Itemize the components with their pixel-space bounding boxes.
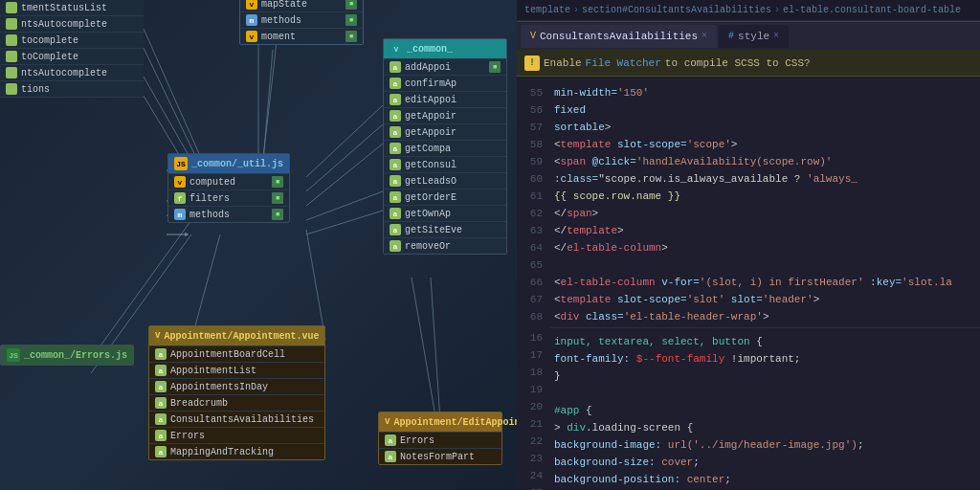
notification-text-2: to compile SCSS to CSS? xyxy=(665,57,811,69)
svg-line-17 xyxy=(431,278,440,421)
list-item: agetSiteEve xyxy=(384,221,506,237)
code-line xyxy=(550,256,980,274)
notification-text: Enable xyxy=(544,57,582,69)
list-item: m methods ■ xyxy=(240,11,363,28)
common-node: V _common_ aaddAppoi■ aconfirmAp aeditAp… xyxy=(383,38,507,255)
list-item: v mapState ■ xyxy=(240,0,363,11)
list-item: agetLeadsO xyxy=(384,172,506,189)
svg-line-4 xyxy=(306,211,383,234)
svg-line-3 xyxy=(306,191,383,220)
tab-style[interactable]: # style × xyxy=(719,25,789,48)
list-item: m methods ■ xyxy=(168,206,289,222)
list-item: aconfirmAp xyxy=(384,75,506,91)
breadcrumb: template › section#ConsultantsAvailabili… xyxy=(517,0,980,21)
top-left-node: tmentStatusList ntsAutocomplete tocomple… xyxy=(0,0,144,98)
errors-node: JS _common_/Errors.js xyxy=(0,345,134,366)
code-line: #app { xyxy=(550,402,980,419)
list-item: aErrors xyxy=(149,427,324,443)
svg-line-10 xyxy=(144,48,201,167)
code-line: } xyxy=(550,368,980,385)
notification-link[interactable]: File Watcher xyxy=(586,57,661,69)
code-line: > div.loading-screen { xyxy=(550,419,980,436)
code-line: <el-table-column v-for='(slot, i) in fir… xyxy=(550,274,980,291)
code-line: <template slot-scope='scope'> xyxy=(550,136,980,153)
list-item: aAppointmentList xyxy=(149,362,324,378)
svg-line-6 xyxy=(191,234,220,340)
code-editor-panel: template › section#ConsultantsAvailabili… xyxy=(517,0,980,490)
list-item: f filters ■ xyxy=(168,189,289,206)
svg-line-16 xyxy=(412,278,435,416)
code-line: font-family: $--font-family !important; xyxy=(550,350,980,368)
svg-line-2 xyxy=(306,144,383,206)
list-item: aAppointmentsInDay xyxy=(149,378,324,394)
list-item: toComplete xyxy=(0,49,144,65)
svg-line-9 xyxy=(144,29,201,158)
list-item: ntsAutocomplete xyxy=(0,16,144,33)
list-item: aErrors xyxy=(379,432,501,448)
warning-icon: ! xyxy=(524,56,540,71)
appointment-node: V Appointment/Appointment.vue aAppointme… xyxy=(148,325,325,460)
code-line: </span> xyxy=(550,205,980,222)
util-node: JS _common/_util.js v computed ■ f filte… xyxy=(167,153,290,223)
list-item: aNotesFormPart xyxy=(379,448,501,464)
top-center-node: v mapState ■ m methods ■ v moment ■ xyxy=(239,0,364,45)
list-item: aBreadcrumb xyxy=(149,394,324,411)
code-line: min-width='150' xyxy=(550,84,980,101)
line-numbers: 5556575859 6061626364 65666768 161718 19… xyxy=(517,77,550,490)
code-line: input, textarea, select, button { xyxy=(550,333,980,350)
list-item: aMappingAndTracking xyxy=(149,443,324,459)
list-item: aaddAppoi■ xyxy=(384,58,506,75)
list-item: agetAppoir xyxy=(384,107,506,123)
list-item: v computed ■ xyxy=(168,173,289,189)
code-line: </template> xyxy=(550,222,980,239)
list-item: agetOwnAp xyxy=(384,205,506,221)
code-line: </el-table-column> xyxy=(550,239,980,256)
code-line: <div class='el-table-header-wrap'> xyxy=(550,308,980,325)
svg-line-0 xyxy=(306,105,383,177)
list-item: tocomplete xyxy=(0,33,144,49)
editor-tabs: V ConsultantsAvailabilities × # style × xyxy=(517,21,980,50)
list-item: agetOrderE xyxy=(384,189,506,205)
list-item: agetCompa xyxy=(384,140,506,156)
diagram-panel: tmentStatusList ntsAutocomplete tocomple… xyxy=(0,0,517,490)
edit-appointment-node: V Appointment/EditAppointment.vue aError… xyxy=(378,412,502,465)
svg-line-1 xyxy=(306,124,383,191)
list-item: aeditAppoi xyxy=(384,91,506,107)
list-item: agetAppoir xyxy=(384,123,506,140)
svg-line-14 xyxy=(263,33,278,158)
list-item: agetConsul xyxy=(384,156,506,172)
code-line: sortable> xyxy=(550,119,980,136)
list-item: tmentStatusList xyxy=(0,0,144,16)
list-item: aAppointmentBoardCell xyxy=(149,345,324,362)
code-line: :class="scope.row.is_always_available ? … xyxy=(550,170,980,188)
code-content-area: 5556575859 6061626364 65666768 161718 19… xyxy=(517,77,980,490)
notification-bar: ! Enable File Watcher to compile SCSS to… xyxy=(517,50,980,77)
list-item: v moment ■ xyxy=(240,28,363,44)
list-item: aremoveOr xyxy=(384,237,506,254)
list-item: aConsultantsAvailabilities xyxy=(149,411,324,427)
svg-line-15 xyxy=(263,50,273,161)
code-line: fixed xyxy=(550,101,980,119)
svg-line-5 xyxy=(306,230,325,340)
code-line: <span @click='handleAvailability(scope.r… xyxy=(550,153,980,170)
list-item: ntsAutocomplete xyxy=(0,65,144,81)
code-line: background-image: url('../img/header-ima… xyxy=(550,436,980,454)
code-line: <template slot-scope='slot' slot='header… xyxy=(550,291,980,308)
code-line: background-size: cover; xyxy=(550,454,980,471)
tab-consultants-availabilities[interactable]: V ConsultantsAvailabilities × xyxy=(521,25,717,48)
code-lines: min-width='150' fixed sortable> <templat… xyxy=(550,77,980,490)
code-line xyxy=(550,385,980,402)
code-line: {{ scope.row.name }} xyxy=(550,188,980,205)
code-line: background-position: center; xyxy=(550,471,980,488)
list-item: tions xyxy=(0,81,144,98)
